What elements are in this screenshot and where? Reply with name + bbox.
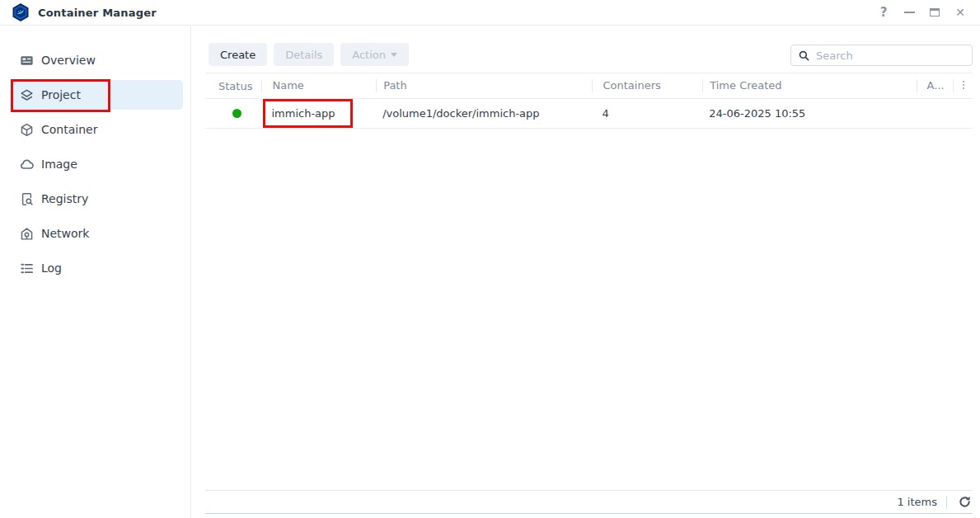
- sidebar-item-registry[interactable]: Registry: [11, 184, 183, 214]
- sidebar-item-project[interactable]: Project: [11, 80, 183, 110]
- sidebar-item-container[interactable]: Container: [11, 115, 183, 144]
- layers-icon: [20, 88, 34, 102]
- refresh-button[interactable]: [956, 494, 973, 511]
- sidebar-item-label: Overview: [41, 54, 96, 67]
- container-manager-logo-icon: [11, 2, 30, 22]
- row-status-cell: [205, 109, 261, 118]
- search-box: [790, 45, 973, 66]
- window-controls: ? ✕: [876, 5, 980, 20]
- app-title: Container Manager: [38, 7, 157, 19]
- items-count: 1 items: [897, 496, 937, 508]
- cloud-icon: [20, 158, 34, 172]
- footer-divider: [946, 496, 947, 509]
- main-content: Create Details Action Status Name Path C…: [192, 26, 980, 518]
- row-path-cell: /volume1/docker/immich-app: [376, 107, 592, 120]
- close-icon[interactable]: ✕: [953, 5, 968, 20]
- sidebar-item-label: Image: [41, 158, 77, 171]
- column-header-path[interactable]: Path: [376, 79, 592, 92]
- registry-search-icon: [20, 192, 34, 206]
- table-row[interactable]: immich-app /volume1/docker/immich-app 4 …: [205, 99, 973, 129]
- sidebar-item-label: Network: [41, 227, 89, 240]
- column-header-name[interactable]: Name: [261, 79, 376, 92]
- sidebar-item-label: Container: [41, 123, 97, 136]
- sidebar-item-label: Log: [41, 261, 62, 275]
- sidebar-item-network[interactable]: Network: [11, 219, 183, 248]
- cube-icon: [20, 123, 34, 137]
- column-header-action[interactable]: A...: [917, 79, 954, 92]
- row-time-created-cell: 24-06-2025 10:55: [702, 107, 916, 120]
- app-window: Container Manager ? ✕ Overview Project: [0, 0, 980, 518]
- details-button[interactable]: Details: [274, 43, 334, 66]
- network-hub-icon: [20, 227, 34, 241]
- sidebar-item-label: Registry: [41, 192, 88, 205]
- overview-dashboard-icon: [20, 54, 34, 68]
- sidebar-item-image[interactable]: Image: [11, 149, 183, 179]
- project-table: Status Name Path Containers Time Created…: [205, 73, 973, 129]
- column-header-status[interactable]: Status: [205, 80, 261, 92]
- column-header-time-created[interactable]: Time Created: [702, 79, 916, 92]
- row-containers-cell: 4: [592, 107, 702, 120]
- column-options-button[interactable]: [953, 79, 973, 92]
- chevron-down-icon: [391, 53, 397, 57]
- sidebar-item-label: Project: [41, 88, 81, 101]
- create-button[interactable]: Create: [209, 43, 267, 66]
- sidebar: Overview Project Container Image: [0, 26, 191, 518]
- footer-bar: 1 items: [205, 490, 973, 514]
- row-name-cell[interactable]: immich-app: [261, 107, 376, 120]
- titlebar: Container Manager ? ✕: [0, 0, 980, 26]
- action-button-label: Action: [352, 49, 386, 61]
- help-icon[interactable]: ?: [876, 5, 891, 20]
- action-button[interactable]: Action: [340, 43, 409, 66]
- search-icon: [798, 49, 810, 62]
- refresh-icon: [958, 495, 972, 509]
- column-header-containers[interactable]: Containers: [592, 79, 702, 92]
- maximize-icon[interactable]: [927, 5, 942, 20]
- list-icon: [20, 261, 34, 275]
- search-input[interactable]: [816, 49, 965, 62]
- table-header: Status Name Path Containers Time Created…: [205, 73, 973, 99]
- status-running-dot: [232, 109, 241, 118]
- sidebar-item-overview[interactable]: Overview: [11, 45, 183, 75]
- sidebar-item-log[interactable]: Log: [11, 253, 183, 283]
- minimize-icon[interactable]: [902, 5, 917, 20]
- toolbar: Create Details Action: [209, 43, 409, 66]
- kebab-menu-icon: [958, 79, 969, 91]
